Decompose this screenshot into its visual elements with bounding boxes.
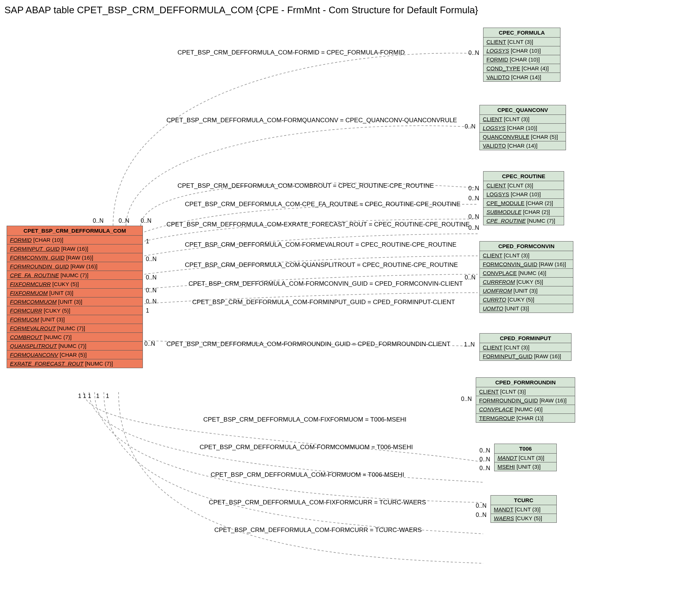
entity-header: TCURC — [491, 496, 556, 505]
entity-cpec-quanconv: CPEC_QUANCONV CLIENT [CLNT (3)] LOGSYS [… — [479, 105, 566, 150]
entity-header: T006 — [495, 444, 556, 454]
relation-label: CPET_BSP_CRM_DEFFORMULA_COM-FORMCURR = T… — [214, 526, 422, 534]
entity-cped-formroundin: CPED_FORMROUNDIN CLIENT [CLNT (3)] FORMR… — [476, 377, 575, 423]
field-row: QUANCONVRULE [CHAR (5)] — [480, 133, 566, 141]
cardinality: 0..N — [476, 512, 486, 518]
cardinality: 0..N — [146, 287, 156, 294]
field-row: FORMROUNDIN_GUID [RAW (16)] — [7, 262, 143, 271]
entity-header: CPEC_FORMULA — [483, 28, 560, 38]
relation-label: CPET_BSP_CRM_DEFFORMULA_COM-FORMCONVIN_G… — [189, 280, 463, 288]
relation-label: CPET_BSP_CRM_DEFFORMULA_COM-FIXFORMUOM =… — [203, 416, 407, 423]
field-row: CPE_ROUTINE [NUMC (7)] — [483, 216, 564, 225]
relation-label: CPET_BSP_CRM_DEFFORMULA_COM-FORMUOM = T0… — [211, 471, 404, 479]
cardinality: 0..N — [465, 274, 475, 281]
field-row: MSEHI [UNIT (3)] — [495, 462, 556, 471]
field-row: CURRFROM [CUKY (5)] — [480, 278, 573, 286]
field-row: COND_TYPE [CHAR (4)] — [483, 64, 560, 73]
field-row: LOGSYS [CHAR (10)] — [483, 46, 560, 55]
field-row: COMBROUT [NUMC (7)] — [7, 333, 143, 342]
relation-label: CPET_BSP_CRM_DEFFORMULA_COM-FIXFORMCURR … — [209, 499, 426, 506]
relation-label: CPET_BSP_CRM_DEFFORMULA_COM-CPE_FA_ROUTI… — [185, 201, 461, 208]
entity-t006: T006 MANDT [CLNT (3)] MSEHI [UNIT (3)] — [494, 444, 557, 471]
field-row: TERMGROUP [CHAR (1)] — [476, 414, 575, 422]
entity-main: CPET_BSP_CRM_DEFFORMULA_COM FORMID [CHAR… — [7, 226, 143, 368]
entity-header: CPEC_QUANCONV — [480, 105, 566, 115]
entity-header: CPED_FORMROUNDIN — [476, 378, 575, 387]
field-row: LOGSYS [CHAR (10)] — [480, 124, 566, 133]
relation-label: CPET_BSP_CRM_DEFFORMULA_COM-EXRATE_FOREC… — [166, 221, 470, 228]
relation-label: CPET_BSP_CRM_DEFFORMULA_COM-QUANSPLITROU… — [185, 261, 458, 269]
field-row: CPE_FA_ROUTINE [NUMC (7)] — [7, 271, 143, 280]
field-row: FORMINPUT_GUID [RAW (16)] — [480, 352, 571, 360]
entity-cped-forminput: CPED_FORMINPUT CLIENT [CLNT (3)] FORMINP… — [479, 333, 571, 361]
field-row: CLIENT [CLNT (3)] — [480, 343, 571, 352]
cardinality: 0..N — [146, 256, 156, 263]
field-row: SUBMODULE [CHAR (2)] — [483, 208, 564, 216]
field-row: VALIDTO [CHAR (14)] — [480, 141, 566, 150]
cardinality: 0..N — [119, 218, 129, 224]
field-row: LOGSYS [CHAR (10)] — [483, 190, 564, 199]
field-row: FORMROUNDIN_GUID [RAW (16)] — [476, 396, 575, 405]
field-row: EXRATE_FORECAST_ROUT [NUMC (7)] — [7, 359, 143, 368]
field-row: MANDT [CLNT (3)] — [495, 454, 556, 462]
field-row: CLIENT [CLNT (3)] — [476, 387, 575, 396]
field-row: CONVPLACE [NUMC (4)] — [476, 405, 575, 414]
field-row: VALIDTO [CHAR (14)] — [483, 73, 560, 81]
entity-tcurc: TCURC MANDT [CLNT (3)] WAERS [CUKY (5)] — [490, 495, 557, 523]
relation-label: CPET_BSP_CRM_DEFFORMULA_COM-FORMQUANCONV… — [166, 117, 457, 124]
cardinality: 0..N — [468, 185, 479, 192]
field-row: UOMFROM [UNIT (3)] — [480, 286, 573, 295]
relation-label: CPET_BSP_CRM_DEFFORMULA_COM-COMBROUT = C… — [177, 182, 434, 190]
field-row: FORMINPUT_GUID [RAW (16)] — [7, 244, 143, 253]
cardinality: 0..N — [93, 218, 103, 224]
cardinality: 1..N — [464, 341, 475, 348]
relation-label: CPET_BSP_CRM_DEFFORMULA_COM-FORMROUNDIN_… — [166, 341, 450, 348]
cardinality: 0..N — [141, 218, 151, 224]
field-row: FIXFORMUOM [UNIT (3)] — [7, 289, 143, 297]
field-row: FORMCONVIN_GUID [RAW (16)] — [480, 260, 573, 269]
entity-header: CPED_FORMCONVIN — [480, 242, 573, 251]
field-row: UOMTO [UNIT (3)] — [480, 304, 573, 313]
field-row: CLIENT [CLNT (3)] — [480, 251, 573, 260]
field-row: FORMCURR [CUKY (5)] — [7, 306, 143, 315]
cardinality: 1 — [146, 307, 149, 314]
cardinality: 0..N — [146, 274, 156, 281]
entity-header: CPED_FORMINPUT — [480, 334, 571, 343]
cardinality: 0..N — [476, 503, 486, 509]
cardinality: 0..N — [468, 214, 479, 220]
field-row: MANDT [CLNT (3)] — [491, 505, 556, 514]
field-row: FORMID [CHAR (10)] — [483, 55, 560, 64]
field-row: CONVPLACE [NUMC (4)] — [480, 269, 573, 278]
cardinality: 0..N — [479, 447, 490, 454]
cardinality: 0..N — [146, 298, 156, 305]
field-row: FORMEVALROUT [NUMC (7)] — [7, 324, 143, 333]
field-row: CLIENT [CLNT (3)] — [480, 115, 566, 124]
cardinality: 0..N — [144, 341, 155, 347]
field-row: FORMID [CHAR (10)] — [7, 236, 143, 244]
relation-label: CPET_BSP_CRM_DEFFORMULA_COM-FORMCOMMUOM … — [200, 444, 413, 451]
cardinality: 0..N — [468, 195, 479, 202]
cardinality: 0..N — [461, 396, 472, 402]
field-row: WAERS [CUKY (5)] — [491, 514, 556, 522]
cardinality: 0..N — [479, 456, 490, 463]
entity-header: CPEC_ROUTINE — [483, 172, 564, 181]
field-row: FORMUOM [UNIT (3)] — [7, 315, 143, 324]
page-title: SAP ABAP table CPET_BSP_CRM_DEFFORMULA_C… — [4, 4, 696, 16]
cardinality: 0..N — [465, 123, 475, 130]
field-row: FIXFORMCURR [CUKY (5)] — [7, 280, 143, 289]
field-row: CURRTO [CUKY (5)] — [480, 295, 573, 304]
entity-main-header: CPET_BSP_CRM_DEFFORMULA_COM — [7, 226, 143, 236]
entity-cped-formconvin: CPED_FORMCONVIN CLIENT [CLNT (3)] FORMCO… — [479, 241, 573, 313]
field-row: CLIENT [CLNT (3)] — [483, 181, 564, 190]
field-row: QUANSPLITROUT [NUMC (7)] — [7, 342, 143, 350]
cardinality: 1 1 1 1 1 — [78, 393, 109, 399]
relation-label: CPET_BSP_CRM_DEFFORMULA_COM-FORMID = CPE… — [177, 49, 405, 56]
cardinality: 0..N — [479, 465, 490, 472]
field-row: FORMCOMMUOM [UNIT (3)] — [7, 297, 143, 306]
cardinality: 0..N — [468, 50, 479, 56]
field-row: CPE_MODULE [CHAR (2)] — [483, 199, 564, 208]
entity-cpec-routine: CPEC_ROUTINE CLIENT [CLNT (3)] LOGSYS [C… — [483, 171, 564, 225]
relation-label: CPET_BSP_CRM_DEFFORMULA_COM-FORMEVALROUT… — [185, 241, 457, 249]
field-row: FORMQUANCONV [CHAR (5)] — [7, 350, 143, 359]
diagram-canvas: CPET_BSP_CRM_DEFFORMULA_COM FORMID [CHAR… — [4, 20, 689, 602]
